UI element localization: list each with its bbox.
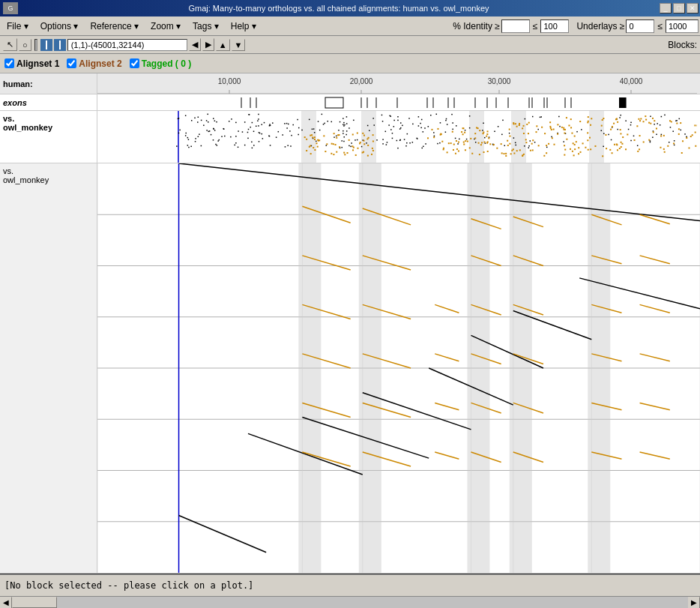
underlays-min-input[interactable] [626, 19, 654, 33]
tagged-item: Tagged ( 0 ) [130, 58, 191, 69]
vs-label-top: vs. [3, 114, 14, 123]
maximize-button[interactable]: □ [673, 3, 685, 13]
menu-help[interactable]: Help ▾ [226, 19, 262, 34]
dotplot-label: vs. owl_monkey [0, 111, 97, 163]
window-title: Gmaj: Many-to-many orthologs vs. all cha… [18, 4, 660, 13]
menu-file[interactable]: File ▾ [1, 19, 34, 34]
arrow-cursor-button[interactable]: ↖ [3, 38, 17, 51]
exons-track: exons [0, 94, 700, 111]
tagged-label: Tagged ( 0 ) [142, 58, 191, 69]
human-label: human: [0, 73, 97, 94]
underlays-lte2: ≤ [656, 21, 664, 31]
ruler-canvas-area [97, 73, 700, 94]
main-plot-canvas[interactable] [97, 163, 700, 573]
vs-label-main: vs. [3, 166, 13, 175]
main-plot-area [97, 163, 700, 573]
nav-up-button[interactable]: ▲ [216, 39, 230, 51]
alignset2-label: Alignset 2 [79, 58, 121, 69]
alignset2-item: Alignset 2 [67, 58, 121, 69]
exons-canvas [97, 94, 697, 110]
alignment-plot: vs. owl_monkey [0, 163, 700, 574]
dotplot-canvas[interactable] [97, 111, 697, 163]
dotplot-overview-track: vs. owl_monkey [0, 111, 700, 163]
app-icon: G [3, 2, 18, 14]
menu-reference[interactable]: Reference ▾ [85, 19, 144, 34]
menu-tags[interactable]: Tags ▾ [187, 19, 224, 34]
content-wrapper: human: exons vs. owl_monkey [0, 73, 700, 608]
identity-min-input[interactable] [501, 19, 530, 33]
menubar: File ▾ Options ▾ Reference ▾ Zoom ▾ Tags… [0, 16, 700, 36]
visualization-section: human: exons vs. owl_monkey [0, 73, 700, 574]
blocks-label: Blocks: [668, 40, 697, 50]
identity-max-input[interactable] [540, 19, 569, 33]
exons-label: exons [0, 94, 97, 110]
alignset-bar: Alignset 1 Alignset 2 Tagged ( 0 ) [0, 54, 700, 73]
alignset1-checkbox[interactable] [4, 58, 14, 68]
circle-cursor-button[interactable]: ○ [19, 39, 31, 51]
identity-label: % Identity ≥ [453, 21, 500, 31]
tagged-checkbox[interactable] [130, 58, 139, 68]
exons-canvas-area [97, 94, 700, 110]
alignset1-item: Alignset 1 [4, 58, 59, 69]
underlays-max-input[interactable] [666, 19, 699, 33]
coordinates-display: (1,1)-(45001,32144) [67, 39, 187, 51]
alignset2-checkbox[interactable] [67, 58, 76, 68]
owl-monkey-label-main: owl_monkey [3, 175, 49, 184]
scroll-right-button[interactable]: ▶ [688, 597, 700, 609]
alignment-label: vs. owl_monkey [0, 163, 97, 573]
identity-lte: ≤ [531, 21, 540, 31]
nav-prev-button[interactable]: ◀ [189, 38, 201, 51]
underlays-label: Underlays ≥ [576, 21, 624, 31]
titlebar: G Gmaj: Many-to-many orthologs vs. all c… [0, 0, 700, 16]
minimize-button[interactable]: _ [660, 3, 672, 13]
status-message: [No block selected -- please click on a … [4, 580, 253, 591]
ruler-track: human: [0, 73, 700, 94]
alignset1-label: Alignset 1 [16, 58, 59, 69]
menu-options[interactable]: Options ▾ [35, 19, 84, 34]
menu-zoom[interactable]: Zoom ▾ [145, 19, 186, 34]
hscrollbar: ◀ ▶ [0, 596, 700, 608]
scroll-left-button[interactable]: ◀ [0, 597, 12, 609]
scroll-track[interactable] [12, 597, 688, 608]
statusbar: [No block selected -- please click on a … [0, 574, 700, 596]
window-controls: _ □ ✕ [660, 3, 699, 13]
ruler-canvas [97, 73, 697, 94]
owl-monkey-label-top: owl_monkey [3, 123, 52, 132]
scroll-thumb[interactable] [12, 597, 57, 608]
close-button[interactable]: ✕ [687, 3, 699, 13]
cursor-toolbar: ↖ ○ (1,1)-(45001,32144) ◀ ▶ ▲ ▼ Blocks: [0, 36, 700, 54]
dotplot-canvas-area [97, 111, 700, 163]
nav-next-button[interactable]: ▶ [202, 38, 214, 51]
nav-down-button[interactable]: ▼ [232, 39, 246, 51]
